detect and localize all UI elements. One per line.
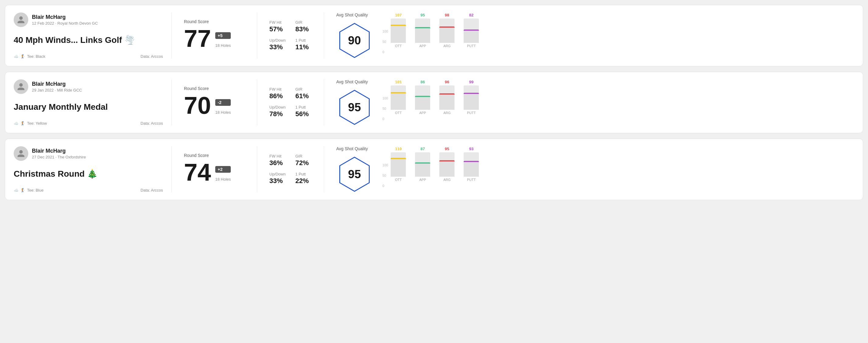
bar-wrapper	[391, 152, 406, 177]
bar-col-2: 96ARG	[438, 80, 456, 115]
bar-fill	[439, 160, 455, 177]
hexagon-score: 95	[348, 101, 361, 114]
hexagon: 95	[336, 89, 373, 126]
data-source: Data: Arccos	[141, 188, 163, 192]
bag-icon: 🏌️	[20, 54, 25, 59]
stats-section: FW Hit36%GIR72%Up/Down33%1 Putt22%	[257, 146, 324, 192]
bar-col-3: 99PUTT	[462, 80, 480, 115]
score-row: 70-218 Holes	[184, 93, 245, 118]
weather-icon: ☁️	[14, 121, 19, 126]
stat-value: 83%	[295, 25, 311, 33]
data-source: Data: Arccos	[141, 54, 163, 59]
user-name: Blair McHarg	[32, 148, 86, 154]
score-badge: +2	[215, 166, 231, 173]
bar-chart: 107OTT95APP98ARG82PUTT	[389, 17, 480, 54]
stats-section: FW Hit86%GIR61%Up/Down78%1 Putt56%	[257, 80, 324, 126]
stat-item-2: Up/Down33%	[269, 172, 285, 185]
bar-top-label: 82	[469, 13, 473, 17]
weather-icon: ☁️	[14, 188, 19, 192]
round-card-1: Blair McHarg29 Jan 2022 · Mill Ride GCCJ…	[5, 72, 863, 133]
bar-fill	[439, 27, 455, 43]
bar-accent	[464, 30, 479, 31]
bar-top-label: 86	[421, 80, 425, 84]
hexagon-container: 90	[336, 22, 373, 59]
score-badge: +5	[215, 32, 231, 39]
stat-value: 33%	[269, 177, 285, 185]
bar-bottom-label: OTT	[395, 111, 402, 115]
date-course: 12 Feb 2022 · Royal North Devon GC	[32, 21, 98, 26]
bar-wrapper	[415, 86, 430, 110]
stat-value: 86%	[269, 92, 285, 100]
stat-item-2: Up/Down33%	[269, 38, 285, 51]
user-info: Blair McHarg12 Feb 2022 · Royal North De…	[14, 12, 163, 27]
bar-chart: 110OTT87APP95ARG93PUTT	[389, 151, 480, 188]
hex-left: Avg Shot Quality95	[336, 80, 373, 126]
bar-wrapper	[439, 152, 455, 177]
chart-y-labels: 100500	[382, 163, 388, 188]
score-section: Round Score77+518 Holes	[172, 12, 257, 59]
bar-col-0: 107OTT	[389, 13, 407, 48]
tee-label: Tee: Black	[27, 54, 45, 59]
quality-section: Avg Shot Quality95100500110OTT87APP95ARG…	[324, 146, 854, 192]
bar-bottom-label: PUTT	[467, 178, 476, 182]
bar-bottom-label: APP	[419, 178, 426, 182]
hexagon: 90	[336, 22, 373, 59]
bar-col-0: 110OTT	[389, 147, 407, 182]
bar-top-label: 110	[395, 147, 402, 151]
bar-top-label: 99	[469, 80, 473, 84]
user-text: Blair McHarg12 Feb 2022 · Royal North De…	[32, 14, 98, 26]
stat-value: 61%	[295, 92, 311, 100]
avatar	[14, 146, 28, 161]
bar-accent	[391, 25, 406, 26]
round-card-0: Blair McHarg12 Feb 2022 · Royal North De…	[5, 5, 863, 66]
bar-col-0: 101OTT	[389, 80, 407, 115]
stats-grid: FW Hit57%GIR83%Up/Down33%1 Putt11%	[269, 20, 312, 51]
bar-accent	[439, 93, 455, 95]
stat-label: FW Hit	[269, 20, 285, 25]
stat-value: 22%	[295, 177, 311, 185]
stat-label: Up/Down	[269, 38, 285, 42]
left-section: Blair McHarg29 Jan 2022 · Mill Ride GCCJ…	[14, 80, 172, 126]
bar-accent	[415, 162, 430, 164]
tee-info: ☁️🏌️Tee: Yellow	[14, 121, 47, 126]
stat-item-0: FW Hit36%	[269, 154, 285, 167]
bar-fill	[391, 158, 406, 177]
bar-fill	[391, 92, 406, 110]
bar-accent	[439, 27, 455, 28]
hexagon-container: 95	[336, 156, 373, 192]
bar-col-1: 95APP	[413, 13, 432, 48]
holes-label: 18 Holes	[215, 110, 231, 115]
stat-label: FW Hit	[269, 87, 285, 92]
stat-value: 57%	[269, 25, 285, 33]
stat-item-3: 1 Putt11%	[295, 38, 311, 51]
bar-fill	[415, 162, 430, 177]
bar-chart: 101OTT86APP96ARG99PUTT	[389, 84, 480, 121]
bar-col-3: 82PUTT	[462, 13, 480, 48]
round-score-label: Round Score	[184, 153, 245, 158]
bottom-info: ☁️🏌️Tee: BlueData: Arccos	[14, 188, 163, 192]
bar-bottom-label: OTT	[395, 44, 402, 48]
tee-info: ☁️🏌️Tee: Black	[14, 54, 45, 59]
stat-label: GIR	[295, 20, 311, 25]
round-title: Christmas Round 🎄	[14, 169, 163, 179]
stat-value: 36%	[269, 159, 285, 167]
stat-item-1: GIR72%	[295, 154, 311, 167]
bar-wrapper	[415, 19, 430, 43]
chart-y-labels: 100500	[382, 30, 388, 54]
quality-section: Avg Shot Quality90100500107OTT95APP98ARG…	[324, 12, 854, 59]
stat-label: 1 Putt	[295, 172, 311, 176]
bar-col-1: 87APP	[413, 147, 432, 182]
stat-label: 1 Putt	[295, 105, 311, 110]
stat-value: 72%	[295, 159, 311, 167]
bar-top-label: 96	[445, 80, 449, 84]
bar-col-2: 98ARG	[438, 13, 456, 48]
bar-top-label: 107	[395, 13, 402, 17]
tee-info: ☁️🏌️Tee: Blue	[14, 188, 43, 192]
quality-section: Avg Shot Quality95100500101OTT86APP96ARG…	[324, 80, 854, 126]
stat-value: 11%	[295, 43, 311, 51]
stat-item-0: FW Hit57%	[269, 20, 285, 33]
bar-bottom-label: OTT	[395, 178, 402, 182]
bar-fill	[439, 93, 455, 110]
bar-top-label: 95	[421, 13, 425, 17]
bar-fill	[464, 93, 479, 110]
